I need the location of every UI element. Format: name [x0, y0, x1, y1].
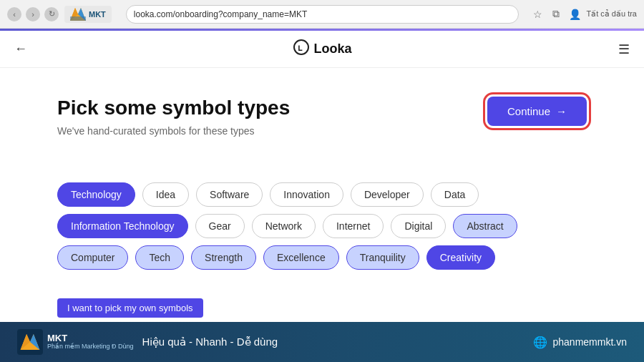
footer-tagline: Hiệu quả - Nhanh - Dễ dùng [142, 336, 278, 346]
footer: MKT Phần mềm Marketing Đ Dùng Hiệu quả -… [0, 322, 644, 346]
page-title: Pick some symbol types [57, 97, 290, 119]
tag-digital[interactable]: Digital [391, 214, 446, 238]
tag-strength[interactable]: Strength [191, 245, 256, 270]
browser-chrome: ‹ › ↻ MKT looka.com/onboarding?company_n… [0, 0, 644, 29]
refresh-button[interactable]: ↻ [44, 7, 59, 21]
footer-logo: MKT Phần mềm Marketing Đ Dùng [17, 329, 134, 346]
tag-developer[interactable]: Developer [351, 182, 424, 207]
continue-arrow-icon: → [556, 105, 567, 117]
tags-row-1: TechnologyIdeaSoftwareInnovationDevelope… [57, 182, 587, 207]
back-nav-button[interactable]: ← [14, 41, 27, 57]
tab-title: MKT [89, 10, 106, 19]
hamburger-menu-button[interactable]: ☰ [618, 41, 630, 57]
tag-software[interactable]: Software [196, 182, 263, 207]
page-subtitle: We've hand-curated symbols for these typ… [57, 125, 290, 137]
svg-text:ʟ: ʟ [298, 43, 303, 53]
tag-gear[interactable]: Gear [195, 214, 245, 238]
footer-mkt-svg [20, 334, 40, 346]
looka-logo: ʟ Looka [293, 39, 351, 59]
title-area: Pick some symbol types We've hand-curate… [57, 97, 290, 160]
looka-svg-icon: ʟ [293, 39, 309, 55]
globe-icon: 🌐 [533, 336, 547, 347]
page-header-area: Pick some symbol types We've hand-curate… [57, 97, 587, 160]
profile-icon[interactable]: 👤 [567, 7, 582, 21]
browser-nav-controls: ‹ › ↻ [7, 7, 59, 21]
back-button[interactable]: ‹ [7, 7, 21, 21]
tag-computer[interactable]: Computer [57, 245, 128, 270]
tag-internet[interactable]: Internet [323, 214, 384, 238]
url-text: looka.com/onboarding?company_name=MKT [134, 9, 307, 19]
footer-mkt-logo-icon [17, 329, 43, 346]
main-content: Pick some symbol types We've hand-curate… [0, 68, 644, 346]
address-bar[interactable]: looka.com/onboarding?company_name=MKT [126, 5, 519, 24]
tag-idea[interactable]: Idea [142, 182, 189, 207]
footer-mkt-subtitle: Phần mềm Marketing Đ Dùng [47, 343, 134, 346]
browser-right-text: Tất cả dấu tra [586, 9, 637, 19]
continue-label: Continue [507, 105, 550, 117]
looka-logo-icon: ʟ [293, 39, 309, 59]
tag-tech[interactable]: Tech [135, 245, 184, 270]
tag-network[interactable]: Network [252, 214, 316, 238]
tag-abstract[interactable]: Abstract [453, 214, 517, 238]
forward-button[interactable]: › [26, 7, 40, 21]
tag-data[interactable]: Data [431, 182, 479, 207]
tag-innovation[interactable]: Innovation [270, 182, 343, 207]
browser-right-icons: ☆ ⧉ 👤 Tất cả dấu tra [530, 7, 637, 21]
footer-right: 🌐 phanmemmkt.vn [533, 336, 627, 347]
bookmark-icon[interactable]: ☆ [530, 7, 545, 21]
tag-information-technology[interactable]: Information Technology [57, 214, 188, 238]
tag-technology[interactable]: Technology [57, 182, 135, 207]
tags-row-2: Information TechnologyGearNetworkInterne… [57, 214, 587, 238]
tag-creativity[interactable]: Creativity [426, 245, 495, 270]
continue-button[interactable]: Continue → [487, 97, 587, 126]
logo-text: Looka [313, 41, 351, 57]
mkt-tab-logo [70, 8, 86, 21]
footer-website: phanmemmkt.vn [553, 336, 627, 346]
svg-rect-3 [70, 16, 86, 21]
footer-left: MKT Phần mềm Marketing Đ Dùng Hiệu quả -… [17, 329, 278, 346]
extension-icon[interactable]: ⧉ [549, 7, 563, 21]
footer-mkt-text: MKT [47, 333, 134, 343]
tag-tranquility[interactable]: Tranquility [346, 245, 419, 270]
tag-excellence[interactable]: Excellence [263, 245, 339, 270]
tags-row-3: ComputerTechStrengthExcellenceTranquilit… [57, 245, 587, 270]
own-symbols-link[interactable]: I want to pick my own symbols [57, 298, 203, 318]
app-header: ← ʟ Looka ☰ [0, 31, 644, 68]
